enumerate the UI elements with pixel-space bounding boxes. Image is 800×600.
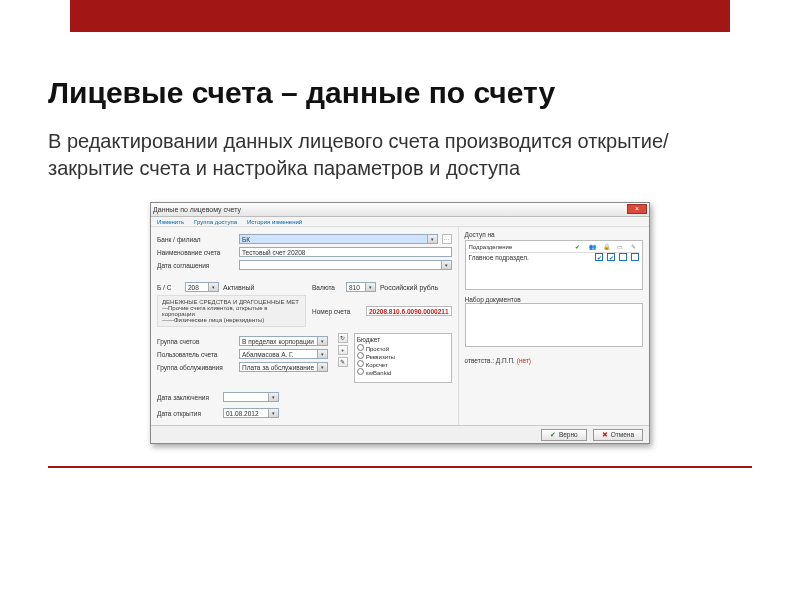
edit-icon[interactable]: ✎ [338,357,348,367]
bs-label: Б / С [157,284,181,291]
lock-column-icon: 🔒 [603,243,611,251]
account-type-block: ДЕНЕЖНЫЕ СРЕДСТВА И ДРАГОЦЕННЫЕ МЕТ —Про… [157,295,306,327]
bottom-red-line [48,466,752,468]
currency-input[interactable]: 810▾ [346,282,376,292]
chevron-down-icon[interactable]: ▾ [268,393,278,401]
chevron-down-icon[interactable]: ▾ [317,337,327,345]
access-label: Доступ на [465,231,643,238]
cancel-button[interactable]: ✖Отмена [593,429,643,441]
radio-icon[interactable] [357,368,364,375]
menu-item[interactable]: Изменить [157,219,184,225]
lookup-icon[interactable]: … [442,234,452,244]
add-icon[interactable]: + [338,345,348,355]
checkbox[interactable]: ✔ [595,253,603,261]
budget-panel: Бюджет Простой Реквизиты Корсчет swBanki… [354,333,452,383]
users-column-icon: 👥 [589,243,597,251]
checkbox[interactable] [631,253,639,261]
active-label: Активный [223,284,254,291]
open-date-input[interactable]: 01.08.2012▾ [223,408,279,418]
chevron-down-icon[interactable]: ▾ [441,261,451,269]
form-action-icons: ↻ + ✎ [338,333,348,383]
window-title: Данные по лицевому счету [153,206,241,213]
open-date-label: Дата открытия [157,410,219,417]
contract-date-input[interactable]: ▾ [223,392,279,402]
top-red-bar [70,0,730,32]
window-menu: Изменить Группа доступа История изменени… [151,217,649,227]
close-icon[interactable]: × [627,204,647,214]
access-tree[interactable]: Подразделение ✔ 👥 🔒 ▭ ✎ Главное подразде… [465,240,643,290]
docset-panel[interactable] [465,303,643,347]
docset-label: Набор документов [465,296,643,303]
extra-column-icon: ▭ [617,243,625,251]
radio-icon[interactable] [357,352,364,359]
window-titlebar: Данные по лицевому счету × [151,203,649,217]
embedded-screenshot: Данные по лицевому счету × Изменить Груп… [150,202,650,444]
chevron-down-icon[interactable]: ▾ [317,363,327,371]
responsible-none: (нет) [517,357,531,364]
service-label: Группа обслуживания [157,364,235,371]
bank-label: Банк / филиал [157,236,235,243]
slide-heading: Лицевые счета – данные по счету [48,76,752,110]
window-body: Банк / филиал БК ▾ … Наименование счета … [151,227,649,425]
radio-icon[interactable] [357,360,364,367]
right-pane: Доступ на Подразделение ✔ 👥 🔒 ▭ ✎ Главно… [458,227,649,425]
group-label: Группа счетов [157,338,235,345]
radio-icon[interactable] [357,344,364,351]
bank-input[interactable]: БК ▾ [239,234,438,244]
slide-content: Лицевые счета – данные по счету В редакт… [0,32,800,444]
cancel-icon: ✖ [602,431,608,439]
currency-label: Валюта [312,284,342,291]
group-input[interactable]: В пределах корпорации▾ [239,336,328,346]
name-input[interactable]: Тестовый счет 20208 [239,247,452,257]
slide-subtitle: В редактировании данных лицевого счета п… [48,128,752,182]
menu-item[interactable]: История изменений [247,219,302,225]
checkbox[interactable] [619,253,627,261]
number-label: Номер счета [312,308,362,315]
check-column-icon: ✔ [575,243,583,251]
bs-input[interactable]: 208▾ [185,282,219,292]
responsible-label: ответств.: Д.П.П. [465,357,515,364]
chevron-down-icon[interactable]: ▾ [317,350,327,358]
window-footer: ✔Верно ✖Отмена [151,425,649,443]
account-number: 20208.810.6.0090.0000211 [366,306,452,316]
agreement-label: Дата соглашения [157,262,235,269]
chevron-down-icon[interactable]: ▾ [208,283,218,291]
user-input[interactable]: Абалмасова А. Г.▾ [239,349,328,359]
check-icon: ✔ [550,431,556,439]
left-pane: Банк / филиал БК ▾ … Наименование счета … [151,227,458,425]
chevron-down-icon[interactable]: ▾ [427,235,437,243]
menu-item[interactable]: Группа доступа [194,219,237,225]
user-label: Пользователь счета [157,351,235,358]
name-label: Наименование счета [157,249,235,256]
budget-label: Бюджет [357,336,449,343]
agreement-input[interactable]: ▾ [239,260,452,270]
chevron-down-icon[interactable]: ▾ [268,409,278,417]
service-input[interactable]: Плата за обслуживание▾ [239,362,328,372]
contract-date-label: Дата заключения [157,394,219,401]
chevron-down-icon[interactable]: ▾ [365,283,375,291]
checkbox[interactable]: ✔ [607,253,615,261]
ok-button[interactable]: ✔Верно [541,429,587,441]
refresh-icon[interactable]: ↻ [338,333,348,343]
edit-column-icon: ✎ [631,243,639,251]
